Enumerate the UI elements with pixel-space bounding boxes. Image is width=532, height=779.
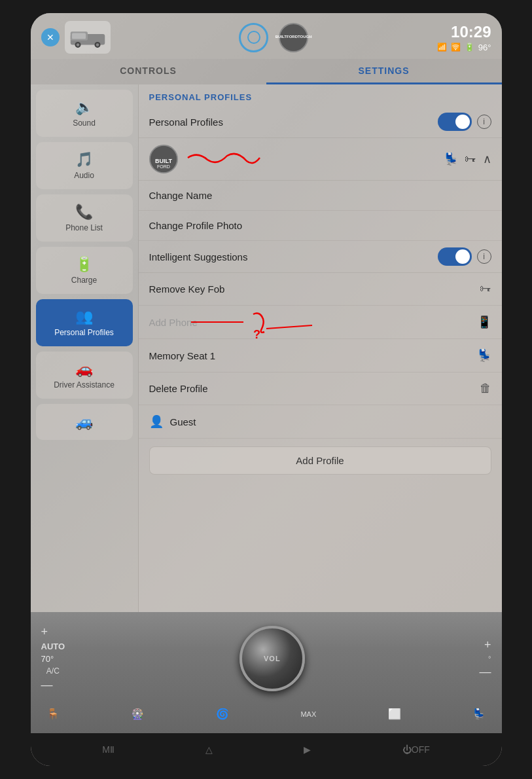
svg-text:BUILT: BUILT	[155, 158, 172, 164]
sidebar-label-personal-profiles: Personal Profiles	[54, 328, 114, 337]
volume-knob[interactable]: VOL	[239, 626, 305, 691]
screen: ✕ BUILT	[31, 13, 502, 766]
profile-user-row[interactable]: BUILT FORD 💺 🗝	[139, 138, 502, 181]
add-phone-annotation: ?	[191, 309, 322, 338]
key-fob-icon[interactable]: 🗝	[465, 153, 476, 166]
device-frame: ✕ BUILT	[31, 13, 502, 766]
vol-label: VOL	[264, 655, 281, 662]
section-title: PERSONAL PROFILES	[139, 84, 502, 106]
guest-icon: 👤	[149, 414, 164, 429]
power-off-button[interactable]: ⏻OFF	[402, 744, 430, 755]
personal-profiles-toggle[interactable]	[438, 113, 472, 131]
avatar-image: BUILT FORD	[151, 146, 177, 172]
ac-label[interactable]: A/C	[41, 666, 65, 676]
bottom-right-controls: + ° —	[479, 638, 491, 679]
change-profile-photo-label: Change Profile Photo	[149, 220, 243, 231]
svg-rect-2	[72, 33, 86, 39]
bottom-icons-row: 🪑 🎡 🌀 MAX ⬜ 💺	[41, 708, 491, 720]
voice-assistant-icon[interactable]	[239, 23, 268, 52]
guest-row[interactable]: 👤 Guest	[139, 405, 502, 439]
personal-profiles-row: Personal Profiles i	[139, 106, 502, 138]
guest-label: Guest	[170, 416, 196, 427]
temp-minus-button[interactable]: —	[41, 678, 53, 692]
brand-badge: BUILT FORD TOUGH	[279, 23, 308, 52]
sidebar-item-audio[interactable]: 🎵 Audio	[36, 142, 133, 189]
top-center: BUILT FORD TOUGH	[239, 23, 308, 52]
right-temp-indicator: °	[488, 655, 491, 662]
status-icons: 📶 🛜 🔋 96°	[437, 43, 491, 52]
clock: 10:29	[437, 23, 491, 41]
sidebar-item-charge[interactable]: 🔋 Charge	[36, 247, 133, 294]
profile-name-area	[185, 148, 263, 170]
bottom-controls: + AUTO 70° A/C — VOL +	[31, 612, 502, 733]
temp-plus-row: +	[41, 625, 65, 639]
sidebar-item-personal-profiles[interactable]: 👥 Personal Profiles	[36, 299, 133, 346]
add-profile-button[interactable]: Add Profile	[149, 446, 491, 475]
mute-button[interactable]: MⅡ	[102, 744, 115, 755]
sidebar-item-driver-assistance[interactable]: 🚗 Driver Assistance	[36, 352, 133, 399]
truck-icon	[68, 26, 107, 49]
svg-text:?: ?	[253, 328, 260, 338]
seat-icon[interactable]: 💺	[444, 152, 458, 166]
tab-settings[interactable]: SETTINGS	[266, 59, 502, 84]
bottom-top-row: + AUTO 70° A/C — VOL +	[41, 625, 491, 692]
sidebar-item-sound[interactable]: 🔈 Sound	[36, 90, 133, 137]
top-right: 10:29 📶 🛜 🔋 96°	[437, 23, 491, 52]
sound-icon: 🔈	[75, 99, 93, 116]
trash-icon: 🗑	[480, 382, 491, 395]
audio-icon: 🎵	[75, 151, 93, 168]
sidebar-label-charge: Charge	[71, 276, 97, 285]
sidebar-label-driver-assistance: Driver Assistance	[54, 380, 115, 390]
rear-seat-icon[interactable]: 💺	[472, 708, 486, 720]
steering-heat-icon[interactable]: 🎡	[131, 708, 144, 720]
sidebar: 🔈 Sound 🎵 Audio 📞 Phone List 🔋 Charge 👥	[31, 84, 139, 612]
key-fob-menu-icon: 🗝	[480, 282, 491, 296]
change-name-item[interactable]: Change Name	[139, 181, 502, 211]
intelligent-suggestions-row-right: i	[438, 247, 491, 266]
remove-key-fob-label: Remove Key Fob	[149, 283, 225, 295]
main-content: 🔈 Sound 🎵 Audio 📞 Phone List 🔋 Charge 👥	[31, 84, 502, 612]
sidebar-item-phone-list[interactable]: 📞 Phone List	[36, 194, 133, 242]
battery-icon: 🔋	[465, 43, 474, 52]
driver-assistance-icon: 🚗	[75, 361, 93, 378]
tab-controls[interactable]: CONTROLS	[31, 59, 266, 84]
collapse-chevron-icon[interactable]: ∧	[483, 152, 491, 166]
memory-seat-item[interactable]: Memory Seat 1 💺	[139, 339, 502, 372]
personal-profiles-label: Personal Profiles	[149, 117, 223, 128]
right-minus-button[interactable]: —	[479, 665, 491, 679]
pause-button[interactable]: ▶	[304, 744, 311, 755]
svg-text:FORD: FORD	[157, 164, 170, 169]
add-phone-item[interactable]: Add Phone ? 📱	[139, 306, 502, 339]
change-profile-photo-item[interactable]: Change Profile Photo	[139, 211, 502, 241]
add-profile-label: Add Profile	[296, 455, 344, 466]
change-name-label: Change Name	[149, 190, 213, 201]
top-bar: ✕ BUILT	[31, 13, 502, 59]
top-left: ✕	[41, 21, 111, 54]
sidebar-item-extra[interactable]: 🚙	[36, 404, 133, 440]
rear-defrost-icon[interactable]: ⬜	[388, 708, 401, 720]
add-phone-label: Add Phone	[149, 317, 198, 328]
intelligent-suggestions-toggle[interactable]	[438, 247, 472, 266]
personal-profiles-row-right: i	[438, 113, 491, 131]
close-button[interactable]: ✕	[41, 28, 60, 46]
fan-icon[interactable]: 🌀	[216, 708, 229, 720]
profile-user-left: BUILT FORD	[149, 145, 263, 173]
temperature-display: 96°	[478, 43, 491, 52]
memory-seat-label: Memory Seat 1	[149, 350, 216, 361]
warning-button[interactable]: △	[205, 744, 213, 755]
antenna-icon: 📶	[437, 43, 447, 52]
charge-icon: 🔋	[75, 256, 93, 273]
profile-user-right: 💺 🗝 ∧	[444, 152, 491, 166]
phone-icon: 📞	[75, 204, 93, 221]
temp-plus-button[interactable]: +	[41, 625, 48, 639]
intelligent-suggestions-info-icon[interactable]: i	[477, 249, 491, 264]
seat-heat-icon[interactable]: 🪑	[46, 708, 60, 720]
intelligent-suggestions-row: Intelligent Suggestions i	[139, 241, 502, 273]
svg-point-6	[96, 43, 99, 46]
right-plus-button[interactable]: +	[484, 638, 491, 652]
personal-profiles-info-icon[interactable]: i	[477, 115, 491, 129]
remove-key-fob-item[interactable]: Remove Key Fob 🗝	[139, 273, 502, 306]
sidebar-label-audio: Audio	[74, 171, 94, 180]
profiles-icon: 👥	[75, 308, 93, 325]
delete-profile-item[interactable]: Delete Profile 🗑	[139, 372, 502, 405]
